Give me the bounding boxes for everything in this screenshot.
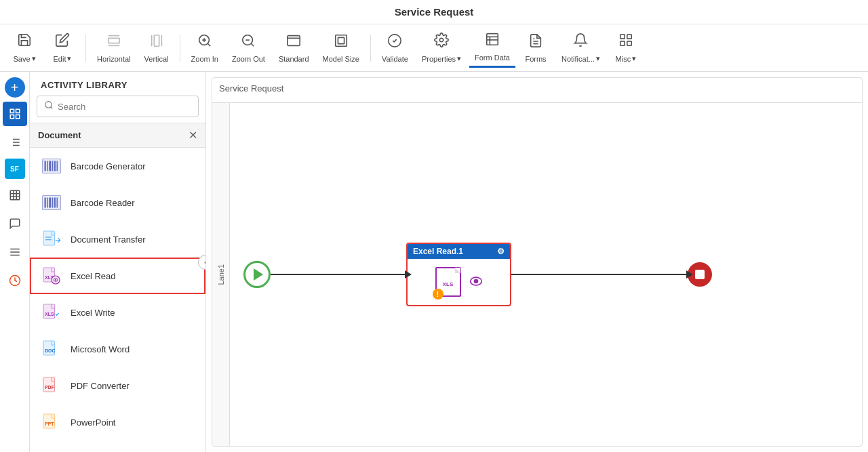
- analytics-button[interactable]: [3, 268, 27, 293]
- svg-point-80: [474, 279, 477, 283]
- start-node[interactable]: [243, 261, 271, 288]
- excel-read-node[interactable]: Excel Read.1 ⚙ XLS !: [406, 243, 511, 306]
- toolbar-sep-1: [85, 35, 86, 62]
- svg-rect-18: [487, 34, 498, 45]
- zoom-in-button[interactable]: Zoom In: [186, 29, 224, 67]
- validate-button[interactable]: Validate: [376, 29, 414, 67]
- svg-rect-50: [45, 161, 46, 171]
- svg-rect-26: [620, 41, 625, 45]
- arrowhead-2: [686, 270, 693, 279]
- notifications-icon: [573, 33, 588, 52]
- chat-button[interactable]: [3, 211, 27, 236]
- svg-point-47: [45, 102, 52, 108]
- search-input[interactable]: [58, 102, 191, 112]
- main-layout: + SF: [0, 72, 868, 452]
- save-icon: [17, 33, 32, 52]
- standard-icon: [286, 33, 301, 52]
- search-box: [37, 96, 199, 117]
- horizontal-button[interactable]: Horizontal: [92, 29, 136, 67]
- forms-label: Forms: [525, 55, 546, 63]
- svg-rect-3: [154, 35, 159, 46]
- list-item[interactable]: PPT PowerPoint: [30, 404, 205, 440]
- pdf-icon: PDF: [41, 375, 62, 396]
- save-button[interactable]: Save ▾: [7, 28, 42, 67]
- barcode-gen-icon: [41, 155, 62, 177]
- properties-button[interactable]: Properties ▾: [416, 28, 467, 67]
- svg-rect-29: [16, 109, 19, 112]
- list-item[interactable]: PDF PDF Converter: [30, 367, 205, 404]
- list-item[interactable]: Barcode Generator: [30, 148, 205, 184]
- svg-rect-27: [627, 41, 631, 45]
- horizontal-label: Horizontal: [97, 55, 131, 63]
- list-item[interactable]: Barcode Reader: [30, 184, 205, 221]
- excel-node-settings-icon[interactable]: ⚙: [497, 247, 505, 256]
- model-size-icon: [334, 33, 349, 52]
- properties-icon: [434, 33, 449, 52]
- svg-rect-0: [108, 38, 120, 43]
- excel-read-label: Excel Read: [71, 271, 115, 281]
- excel-node-title: Excel Read.1: [413, 247, 463, 256]
- arrow-to-end: [511, 274, 688, 275]
- model-size-button[interactable]: Model Size: [317, 29, 365, 67]
- svg-rect-55: [57, 161, 58, 171]
- svg-point-17: [439, 38, 443, 42]
- table-view-button[interactable]: [3, 183, 27, 207]
- svg-rect-61: [54, 198, 56, 208]
- svg-rect-24: [620, 35, 625, 39]
- forms-button[interactable]: Forms: [518, 29, 553, 67]
- list-view-button[interactable]: [3, 130, 27, 155]
- canvas-area: Service Request Lane1: [212, 77, 863, 447]
- zoom-out-button[interactable]: Zoom Out: [226, 29, 271, 67]
- salesforce-button[interactable]: SF: [5, 159, 25, 179]
- menu-button[interactable]: [3, 240, 27, 264]
- notifications-button[interactable]: Notificat... ▾: [556, 28, 606, 67]
- misc-button[interactable]: Misc ▾: [608, 28, 644, 67]
- horizontal-icon: [106, 33, 121, 52]
- form-data-button[interactable]: Form Data: [469, 28, 515, 68]
- vertical-button[interactable]: Vertical: [139, 29, 174, 67]
- svg-rect-51: [47, 161, 48, 171]
- standard-button[interactable]: Standard: [273, 29, 315, 67]
- svg-text:DOC: DOC: [45, 348, 55, 353]
- model-size-label: Model Size: [323, 55, 359, 63]
- svg-rect-16: [338, 37, 344, 43]
- list-item-excel-read[interactable]: XLS Excel Read: [30, 258, 205, 294]
- list-item[interactable]: XLS Excel Write: [30, 294, 205, 331]
- svg-rect-63: [43, 231, 55, 245]
- toolbar: Save ▾ Edit ▾ Horizontal: [0, 24, 868, 72]
- category-close-button[interactable]: ✕: [189, 129, 197, 142]
- pdf-label: PDF Converter: [71, 381, 130, 391]
- svg-text:PDF: PDF: [45, 385, 54, 390]
- activity-library-header: ACTIVITY LIBRARY: [30, 72, 205, 96]
- barcode-reader-icon: [41, 192, 62, 213]
- add-button[interactable]: +: [5, 77, 25, 98]
- svg-rect-54: [54, 161, 56, 171]
- search-icon: [44, 100, 54, 112]
- excel-node-body: XLS !: [408, 259, 510, 305]
- svg-rect-25: [627, 35, 631, 39]
- doc-transfer-label: Document Transfer: [71, 234, 146, 245]
- stop-icon: [695, 270, 705, 279]
- grid-view-button[interactable]: [3, 102, 27, 126]
- list-item[interactable]: Document Transfer: [30, 221, 205, 258]
- category-header: Document ✕: [30, 123, 205, 148]
- arrowhead-1: [405, 270, 412, 279]
- edit-icon: [55, 33, 70, 52]
- properties-label: Properties ▾: [422, 54, 461, 63]
- vertical-label: Vertical: [144, 55, 169, 63]
- svg-text:XLS: XLS: [45, 312, 54, 316]
- list-item[interactable]: DOC Microsoft Word: [30, 331, 205, 367]
- edit-button[interactable]: Edit ▾: [45, 28, 80, 67]
- svg-rect-28: [10, 109, 14, 112]
- svg-rect-60: [52, 198, 54, 208]
- zoom-out-icon: [241, 33, 256, 52]
- validate-icon: [387, 33, 402, 52]
- svg-rect-38: [10, 190, 20, 200]
- icon-bar: + SF: [0, 72, 30, 452]
- toolbar-sep-2: [180, 35, 180, 62]
- page-title: Service Request: [395, 6, 474, 18]
- form-data-label: Form Data: [475, 54, 510, 62]
- ppt-icon: PPT: [41, 411, 62, 433]
- arrow-to-excel: [271, 274, 406, 275]
- misc-icon: [618, 33, 633, 52]
